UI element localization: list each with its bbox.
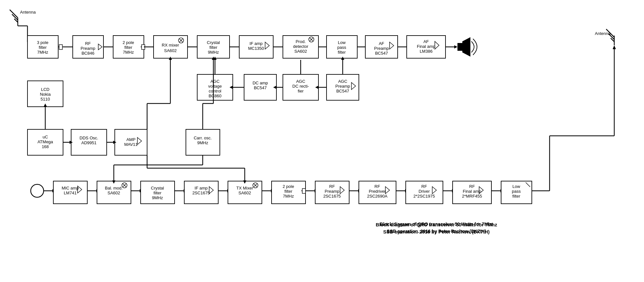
block-2pole-line3: 7MHz: [123, 50, 134, 55]
block-lcd-line1: LCD: [41, 87, 49, 92]
block-agcdcrect-line2: DC recti-: [292, 84, 309, 89]
antenna-top-label: Antenna: [20, 10, 36, 15]
block-crystalfilt-line1: Crystal: [207, 40, 220, 45]
block-rxmixer-line1: RX mixer: [162, 43, 179, 48]
block-2pole-line1: 2 pole: [123, 40, 134, 45]
block-rxmixer-line2: SA602: [164, 48, 177, 53]
block-lcd-line2: Nokia: [40, 92, 51, 97]
caption-text-1: Block diagram of QRO transceiver 50 Watt…: [376, 222, 497, 227]
block-rfpreamp-tx-line3: 2SC1675: [323, 194, 341, 199]
block-dcamp-line1: DC amp: [252, 81, 268, 85]
block-rffinal-line3: 2*MRF455: [462, 194, 482, 199]
block-proddet-line3: SA602: [294, 49, 307, 54]
block-3pole-line2: filter: [39, 45, 47, 50]
block-rffinal-line1: RF: [469, 184, 475, 189]
svg-rect-9: [59, 45, 62, 49]
caption-text-2: SSB operation. 2016 by Peter Rachow (DK7…: [383, 229, 489, 234]
block-ifamptx-line1: IF amp: [195, 186, 208, 190]
block-afpreamp-line2: Preamp: [374, 46, 389, 51]
antenna-right-label: Antenna: [595, 31, 611, 36]
block-rffinal-line2: Final amp: [463, 189, 481, 194]
block-crystalfilt-line2: filter: [209, 45, 218, 50]
block-predriver-line1: RF: [374, 184, 380, 189]
block-carrosc-line1: Carr. osc.: [194, 136, 212, 140]
block-3pole-line1: 3 pole: [37, 40, 48, 45]
block-affinal-line1: AF: [424, 39, 429, 44]
block-crystalfilt-tx-line3: 9MHz: [152, 195, 163, 200]
block-2poletx-line3: 7MHz: [283, 194, 294, 199]
block-txmixer-line2: SA602: [238, 190, 251, 195]
block-rfpreamp-line2: Preamp: [80, 46, 95, 51]
block-crystalfilt-tx-line2: filter: [154, 190, 162, 195]
block-agcvoltage-line1: AGC: [210, 79, 220, 84]
block-lowpass-rx-line3: filter: [338, 50, 346, 55]
block-uc-line1: uC: [43, 135, 48, 139]
block-lowpass-tx-line3: filter: [512, 194, 521, 199]
block-ifamp-line1: IF amp: [250, 41, 263, 46]
block-lcd-line3: 5110: [41, 97, 50, 102]
block-dcamp-line2: BC547: [254, 85, 267, 90]
block-agcvoltage-line2: voltage: [208, 84, 222, 89]
block-agcpreamp-line3: BC547: [336, 89, 349, 93]
block-rfdriver-line1: RF: [421, 184, 427, 189]
block-agcpreamp-line2: Preamp: [335, 84, 350, 89]
block-amp-line1: AMP: [126, 137, 135, 142]
block-ifamp-line2: MC1350: [248, 46, 264, 51]
block-balmod-line2: SA602: [107, 190, 120, 195]
block-micamp-line1: MIC amp: [62, 186, 79, 190]
block-rfpreamp-line3: BC846: [81, 51, 94, 56]
block-agcvoltage-line3: control: [209, 89, 221, 93]
block-lowpass-rx-line1: Low: [338, 40, 346, 45]
block-rfpreamp-tx-line1: RF: [329, 184, 335, 189]
block-proddet-line1: Prod.: [295, 39, 306, 44]
diagram-container: Antenna 3 pole filter 7MHz RF Preamp BC8…: [0, 0, 644, 282]
block-3pole-line3: 7MHz: [37, 50, 48, 55]
block-micamp-line2: LM741: [64, 190, 77, 195]
block-2poletx-line1: 2 pole: [283, 184, 294, 189]
block-predriver-line2: Predriver: [369, 189, 386, 194]
block-lowpass-tx-line1: Low: [512, 184, 520, 189]
block-lowpass-tx-line2: pass: [512, 189, 521, 194]
block-uc-line2: ATMega: [38, 139, 53, 144]
block-crystalfilt-line3: 9MHz: [208, 50, 219, 55]
block-afpreamp-line3: BC547: [375, 51, 388, 56]
block-uc-line3: 168: [42, 144, 49, 149]
block-dds-line1: DDS Osc.: [80, 136, 98, 140]
block-2pole-line2: filter: [124, 45, 133, 50]
block-2poletx-line2: filter: [284, 189, 293, 194]
block-affinal-line3: LM386: [420, 49, 433, 54]
block-txmixer-line1: TX Mixer: [236, 186, 253, 190]
block-rfpreamp-line1: RF: [85, 41, 91, 46]
block-predriver-line3: 2SC2690A: [367, 194, 388, 199]
block-agcdcrect-line3: fier: [298, 89, 304, 93]
block-dds-line2: AD9951: [81, 140, 97, 145]
block-rfdriver-line3: 2*2SC1975: [413, 194, 435, 199]
svg-rect-117: [302, 189, 306, 193]
block-proddet-line2: detector: [293, 44, 309, 49]
block-rfpreamp-tx-line2: Preamp: [325, 189, 339, 194]
block-ifamptx-line2: 2SC1675: [192, 190, 210, 195]
block-afpreamp-line1: AF: [379, 41, 384, 46]
block-rfdriver-line2: Driver: [419, 189, 430, 194]
block-balmod-line1: Bal. mod.: [105, 186, 123, 190]
block-agcpreamp-line1: AGC: [338, 79, 347, 84]
block-carrosc-line2: 9MHz: [197, 140, 208, 145]
block-crystalfilt-tx-line1: Crystal: [151, 186, 164, 190]
block-affinal-line2: Final amp: [417, 44, 435, 49]
block-amp-line2: MAV11: [124, 142, 138, 147]
svg-rect-51: [457, 43, 462, 51]
block-lowpass-rx-line2: pass: [337, 45, 346, 50]
block-agcvoltage-line4: BC860: [209, 93, 221, 98]
block-agcdcrect-line1: AGC: [296, 79, 305, 84]
